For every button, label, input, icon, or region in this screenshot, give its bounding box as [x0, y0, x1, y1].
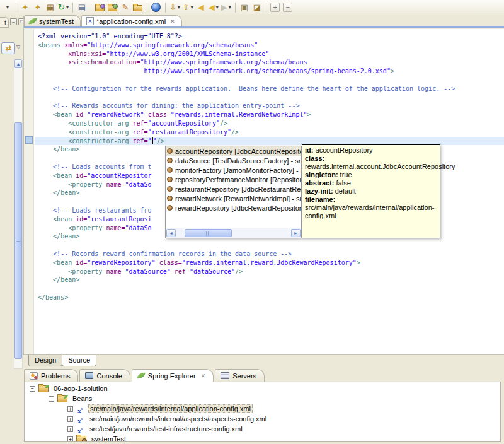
refresh-icon[interactable]: ↻▾ — [57, 1, 69, 14]
horizontal-scrollbar[interactable]: ◄ ► — [166, 228, 301, 238]
view-tab-problems[interactable]: Problems — [24, 369, 78, 382]
view-tab-servers[interactable]: Servers — [215, 369, 265, 382]
tooltip-row: singleton: true — [305, 171, 437, 179]
tree-item-label: 06-aop-1-solution — [52, 385, 109, 392]
tree-item-label: src/test/java/rewards/test-infrastructur… — [88, 425, 244, 433]
editor-tab-systemtest[interactable]: systemTest — [24, 15, 81, 26]
completion-list: accountRepository [JdbcAccountRepository… — [166, 146, 301, 213]
open-folder-icon[interactable] — [132, 1, 144, 14]
code-token — [38, 85, 53, 92]
code-token: <property — [68, 181, 106, 188]
tree-item[interactable]: +systemTest — [25, 434, 500, 442]
scroll-up-button[interactable]: ▲ — [14, 59, 22, 68]
dropdown-caret-icon[interactable]: ▾ — [229, 4, 231, 10]
spring-project-icon — [38, 385, 49, 392]
minimize-view-button[interactable]: – — [10, 18, 17, 25]
close-icon[interactable]: ✕ — [170, 18, 175, 25]
show-properties-glyph: ▤ — [78, 2, 86, 13]
code-token: "http://www.springframework.org/schema/b… — [87, 42, 258, 49]
expand-twisty-icon[interactable]: + — [67, 426, 73, 432]
code-line: <!-- Configuration for the rewards appli… — [38, 85, 504, 93]
tree-item-label: systemTest — [90, 435, 127, 442]
expand-all-icon[interactable]: + — [270, 1, 281, 14]
import-icon[interactable]: ⇩▾ — [169, 1, 181, 14]
completion-item-label: repositoryPerformanceMonitor [Repository… — [175, 176, 301, 184]
collapse-twisty-icon[interactable]: − — [49, 396, 54, 402]
completion-item[interactable]: accountRepository [JdbcAccountRepository… — [166, 146, 301, 156]
link-with-editor-icon[interactable]: ⇄ — [1, 42, 15, 54]
editor-tab-label: systemTest — [39, 18, 74, 25]
open-resource-icon[interactable] — [94, 1, 106, 14]
scroll-left-button[interactable]: ◄ — [166, 229, 176, 237]
code-token: "rewardNetwork" — [87, 111, 144, 118]
open-type-icon[interactable] — [107, 1, 118, 14]
toolbar-overflow-icon[interactable]: ▾ — [1, 1, 13, 14]
tooltip-field-label: id: — [305, 146, 313, 154]
new-spring-bean-icon[interactable]: ✦ — [32, 1, 43, 14]
dropdown-caret-icon[interactable]: ▾ — [6, 4, 9, 10]
tree-item[interactable]: +xssrc/test/java/rewards/test-infrastruc… — [25, 424, 500, 434]
completion-item[interactable]: repositoryPerformanceMonitor [Repository… — [166, 175, 301, 184]
view-tab-console[interactable]: Console — [79, 369, 130, 382]
completion-item[interactable]: rewardRepository [JdbcRewardRepository] … — [166, 203, 301, 213]
tree-item[interactable]: −06-aop-1-solution — [25, 383, 500, 394]
completion-item[interactable]: rewardNetwork [RewardNetworkImpl] - src/… — [166, 194, 301, 203]
expand-twisty-icon[interactable]: + — [67, 406, 73, 412]
tab-design[interactable]: Design — [28, 355, 62, 366]
collapse-all-icon[interactable]: − — [282, 1, 294, 14]
show-properties-icon[interactable]: ▤ — [76, 1, 88, 14]
dropdown-caret-icon[interactable]: ▾ — [66, 4, 69, 10]
view-tab-label: Spring Explorer — [148, 372, 196, 380]
dropdown-caret-icon[interactable]: ▾ — [191, 4, 193, 10]
external-tools-icon[interactable]: ◪ — [251, 1, 263, 14]
view-tab-spring-explorer[interactable]: Spring Explorer✕ — [132, 369, 214, 382]
expand-twisty-icon[interactable]: + — [67, 416, 73, 422]
tree-item[interactable]: +xssrc/main/java/rewards/internal/applic… — [25, 404, 500, 414]
web-browser-icon[interactable] — [151, 1, 162, 14]
close-icon[interactable]: ✕ — [201, 373, 206, 379]
tree-item[interactable]: −Beans — [25, 394, 500, 404]
clipped-view-tab[interactable]: t — [0, 17, 9, 28]
new-spring-project-icon[interactable]: ✦ — [20, 1, 31, 14]
vertical-scrollbar[interactable]: ▲ — [14, 59, 23, 369]
tree-item-label: src/main/java/rewards/internal/applicati… — [88, 404, 253, 413]
spring-explorer-tree[interactable]: −06-aop-1-solution−Beans+xssrc/main/java… — [25, 383, 500, 442]
expand-twisty-icon[interactable]: + — [67, 436, 73, 442]
code-token — [38, 225, 68, 231]
tree-item-label: Beans — [71, 395, 93, 402]
code-token: name= — [106, 181, 125, 188]
view-menu-chevron-icon[interactable]: ▽ — [16, 44, 20, 50]
last-edit-location-icon[interactable]: ◀ — [195, 1, 207, 14]
dropdown-caret-icon[interactable]: ▾ — [216, 4, 219, 10]
code-token: "rewards.internal.RewardNetworkImpl" — [171, 111, 307, 118]
spring-explorer-view: −06-aop-1-solution−Beans+xssrc/main/java… — [24, 382, 501, 442]
new-package-icon[interactable]: ▦ — [45, 1, 56, 14]
annotation-ruler[interactable] — [24, 29, 34, 354]
forward-icon: ▶▾ — [220, 1, 232, 14]
code-token: /> — [220, 120, 227, 127]
tree-item[interactable]: +xssrc/main/java/rewards/internal/aspect… — [25, 414, 500, 424]
run-history-icon[interactable]: ▣ — [239, 1, 250, 14]
bean-info-tooltip: id: accountRepositoryclass: rewards.inte… — [302, 144, 440, 238]
export-icon[interactable]: ⇧▾ — [182, 1, 194, 14]
tab-source[interactable]: Source — [62, 355, 96, 366]
collapse-twisty-icon[interactable]: − — [30, 386, 35, 392]
completion-item-label: monitorFactory [JamonMonitorFactory] - s… — [175, 166, 301, 174]
completion-item[interactable]: restaurantRepository [JdbcRestaurantRepo… — [166, 184, 301, 194]
back-glyph: ◀ — [209, 2, 215, 13]
scroll-right-button[interactable]: ► — [291, 229, 301, 237]
editor-tab--application-config-xml[interactable]: X*application-config.xml✕ — [81, 15, 182, 26]
code-token: id= — [76, 172, 87, 179]
scrollbar-thumb[interactable] — [185, 229, 232, 237]
completion-item[interactable]: dataSource [TestDataSourceFactory] - src… — [166, 156, 301, 165]
completion-item[interactable]: monitorFactory [JamonMonitorFactory] - s… — [166, 165, 301, 175]
xml-file-icon: X — [86, 17, 94, 25]
format-brush-icon[interactable]: ✎ — [120, 1, 131, 14]
completion-item-label: restaurantRepository [JdbcRestaurantRepo… — [175, 185, 301, 193]
scrollbar-thumb[interactable] — [14, 122, 22, 359]
code-token: <bean — [53, 172, 76, 179]
code-token: "http://www.springframework.org/schema/b… — [140, 59, 307, 66]
code-token: ref= — [133, 120, 148, 127]
back-icon[interactable]: ◀▾ — [208, 1, 219, 14]
dropdown-caret-icon[interactable]: ▾ — [178, 4, 180, 10]
